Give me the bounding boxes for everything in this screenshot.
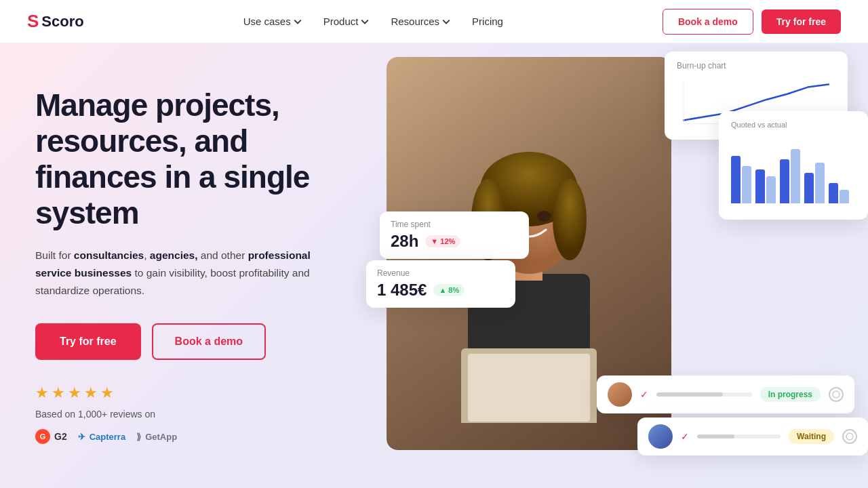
logo-text: Scoro — [41, 13, 83, 30]
bar-blue-5 — [829, 183, 838, 203]
logo[interactable]: S Scoro — [27, 11, 84, 32]
nav-product[interactable]: Product — [323, 16, 370, 27]
circle-check-1 — [829, 387, 844, 402]
status-card-1: ✓ In progress — [597, 375, 854, 413]
bar-blue-1 — [731, 156, 741, 203]
nav-links: Use cases Product Resources Pricing — [243, 16, 503, 27]
bar-blue-2 — [755, 169, 765, 203]
time-spent-badge: ▼ 12% — [425, 235, 460, 247]
check-icon-2: ✓ — [681, 431, 689, 442]
book-demo-hero-button[interactable]: Book a demo — [152, 323, 266, 360]
svg-point-12 — [833, 391, 840, 398]
capterra-logo: ✈ Capterra — [78, 432, 125, 442]
star-2: ★ — [52, 384, 65, 402]
progress-fill-2 — [697, 434, 734, 439]
in-progress-badge: In progress — [760, 387, 821, 402]
nav-pricing[interactable]: Pricing — [472, 16, 503, 27]
review-logos: G G2 ✈ Capterra ⟫ GetApp — [35, 429, 366, 444]
time-spent-card: Time spent 28h ▼ 12% — [380, 211, 529, 259]
bar-light-2 — [766, 176, 776, 203]
bar-light-4 — [815, 163, 825, 203]
bar-light-5 — [840, 190, 849, 203]
bar-light-3 — [791, 149, 800, 203]
bar-blue-3 — [780, 159, 789, 203]
svg-point-5 — [553, 179, 587, 260]
star-rating: ★ ★ ★ ★ ★ — [35, 384, 366, 402]
progress-bar-1 — [656, 392, 752, 396]
star-4: ★ — [84, 384, 98, 402]
hero-left: Manage projects, resources, and finances… — [0, 87, 366, 444]
getapp-logo: ⟫ GetApp — [136, 432, 177, 442]
avatar-2 — [648, 424, 673, 449]
hero-buttons: Try for free Book a demo — [35, 323, 366, 360]
revenue-label: Revenue — [377, 268, 505, 278]
hero-right: Burn-up chart Quoted vs actual — [366, 43, 868, 488]
svg-point-7 — [537, 211, 551, 222]
time-spent-value: 28h ▼ 12% — [391, 232, 518, 251]
avatar-1 — [608, 382, 632, 407]
circle-check-2 — [842, 429, 857, 444]
star-3: ★ — [68, 384, 81, 402]
logo-s: S — [27, 11, 39, 32]
progress-bar-2 — [697, 434, 781, 439]
star-1: ★ — [35, 384, 49, 402]
quoted-vs-actual-card: Quoted vs actual — [719, 111, 868, 220]
bar-group-2 — [755, 169, 776, 203]
svg-rect-9 — [468, 354, 590, 422]
try-free-hero-button[interactable]: Try for free — [35, 323, 141, 360]
status-card-2: ✓ Waiting — [637, 418, 868, 455]
nav-actions: Book a demo Try for free — [663, 9, 841, 35]
bar-group-4 — [804, 163, 825, 203]
hero-title: Manage projects, resources, and finances… — [35, 87, 366, 231]
star-half: ★ — [100, 384, 114, 402]
bar-blue-4 — [804, 173, 814, 203]
reviews-text: Based on 1,000+ reviews on — [35, 409, 366, 420]
reviews-section: ★ ★ ★ ★ ★ Based on 1,000+ reviews on G G… — [35, 384, 366, 444]
navbar: S Scoro Use cases Product Resources Pric… — [0, 0, 868, 43]
revenue-value: 1 485€ ▲ 8% — [377, 281, 505, 300]
nav-use-cases[interactable]: Use cases — [243, 16, 302, 27]
bar-group-3 — [780, 149, 800, 203]
burnup-title: Burn-up chart — [677, 61, 835, 70]
time-spent-label: Time spent — [391, 220, 518, 229]
bar-group-5 — [829, 183, 849, 203]
bar-group-1 — [731, 156, 751, 203]
g2-logo: G G2 — [35, 429, 67, 444]
waiting-badge: Waiting — [789, 429, 834, 444]
check-icon-1: ✓ — [640, 389, 648, 400]
hero-subtitle: Built for consultancies, agencies, and o… — [35, 247, 334, 299]
try-free-nav-button[interactable]: Try for free — [762, 9, 841, 34]
quoted-bar-chart — [731, 136, 856, 203]
svg-point-13 — [846, 433, 853, 440]
book-demo-nav-button[interactable]: Book a demo — [663, 9, 753, 35]
revenue-badge: ▲ 8% — [433, 284, 465, 296]
revenue-card: Revenue 1 485€ ▲ 8% — [366, 260, 515, 308]
hero-section: Manage projects, resources, and finances… — [0, 43, 868, 488]
bar-light-1 — [742, 166, 751, 203]
nav-resources[interactable]: Resources — [391, 16, 450, 27]
quoted-title: Quoted vs actual — [731, 121, 856, 129]
progress-fill-1 — [656, 392, 723, 396]
